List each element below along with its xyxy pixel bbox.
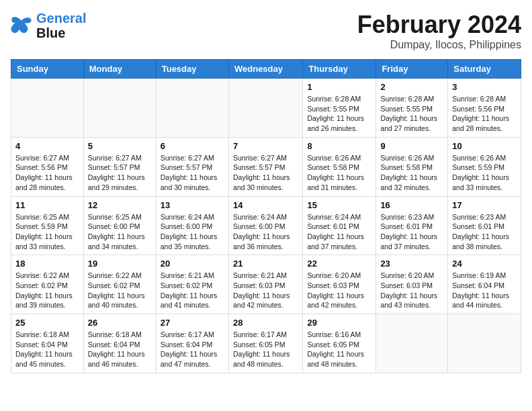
- calendar-cell: 1Sunrise: 6:28 AM Sunset: 5:55 PM Daylig…: [303, 79, 376, 138]
- day-number: 27: [161, 318, 224, 328]
- day-number: 6: [161, 141, 224, 151]
- calendar-cell: 28Sunrise: 6:17 AM Sunset: 6:05 PM Dayli…: [228, 314, 302, 373]
- day-number: 18: [15, 259, 79, 269]
- day-number: 29: [307, 318, 371, 328]
- day-number: 12: [88, 200, 152, 210]
- month-year: February 2024: [357, 11, 521, 39]
- cell-daylight-info: Sunrise: 6:24 AM Sunset: 6:00 PM Dayligh…: [161, 212, 224, 252]
- weekday-header-saturday: Saturday: [448, 60, 521, 79]
- cell-daylight-info: Sunrise: 6:25 AM Sunset: 5:59 PM Dayligh…: [15, 212, 79, 252]
- cell-daylight-info: Sunrise: 6:27 AM Sunset: 5:57 PM Dayligh…: [88, 153, 152, 193]
- calendar-cell: 16Sunrise: 6:23 AM Sunset: 6:01 PM Dayli…: [376, 196, 448, 255]
- calendar-cell: 24Sunrise: 6:19 AM Sunset: 6:04 PM Dayli…: [448, 255, 521, 314]
- cell-daylight-info: Sunrise: 6:22 AM Sunset: 6:02 PM Dayligh…: [15, 271, 79, 310]
- calendar-cell: [156, 79, 228, 138]
- calendar-cell: 26Sunrise: 6:18 AM Sunset: 6:04 PM Dayli…: [83, 314, 156, 373]
- calendar-cell: 17Sunrise: 6:23 AM Sunset: 6:01 PM Dayli…: [448, 196, 521, 255]
- cell-daylight-info: Sunrise: 6:28 AM Sunset: 5:55 PM Dayligh…: [380, 94, 443, 134]
- cell-daylight-info: Sunrise: 6:27 AM Sunset: 5:56 PM Dayligh…: [15, 153, 79, 193]
- calendar-cell: 2Sunrise: 6:28 AM Sunset: 5:55 PM Daylig…: [376, 79, 448, 138]
- cell-daylight-info: Sunrise: 6:20 AM Sunset: 6:03 PM Dayligh…: [380, 271, 443, 310]
- calendar-cell: 7Sunrise: 6:27 AM Sunset: 5:57 PM Daylig…: [228, 137, 302, 196]
- calendar-cell: [11, 79, 84, 138]
- cell-daylight-info: Sunrise: 6:19 AM Sunset: 6:04 PM Dayligh…: [452, 271, 517, 310]
- cell-daylight-info: Sunrise: 6:21 AM Sunset: 6:03 PM Dayligh…: [233, 271, 298, 310]
- week-row-2: 4Sunrise: 6:27 AM Sunset: 5:56 PM Daylig…: [11, 137, 521, 196]
- day-number: 5: [88, 141, 152, 151]
- logo-text: General Blue: [36, 11, 86, 40]
- calendar-cell: 21Sunrise: 6:21 AM Sunset: 6:03 PM Dayli…: [228, 255, 302, 314]
- day-number: 23: [380, 259, 443, 269]
- day-number: 19: [88, 259, 152, 269]
- weekday-header-row: SundayMondayTuesdayWednesdayThursdayFrid…: [11, 60, 521, 79]
- title-area: February 2024 Dumpay, Ilocos, Philippine…: [357, 11, 521, 51]
- logo-bird-icon: [11, 16, 32, 35]
- calendar-cell: 14Sunrise: 6:24 AM Sunset: 6:00 PM Dayli…: [228, 196, 302, 255]
- cell-daylight-info: Sunrise: 6:20 AM Sunset: 6:03 PM Dayligh…: [307, 271, 371, 310]
- calendar-cell: [83, 79, 156, 138]
- day-number: 16: [380, 200, 443, 210]
- calendar-cell: 18Sunrise: 6:22 AM Sunset: 6:02 PM Dayli…: [11, 255, 84, 314]
- weekday-header-monday: Monday: [83, 60, 156, 79]
- calendar-cell: 6Sunrise: 6:27 AM Sunset: 5:57 PM Daylig…: [156, 137, 228, 196]
- day-number: 20: [161, 259, 224, 269]
- calendar-cell: 13Sunrise: 6:24 AM Sunset: 6:00 PM Dayli…: [156, 196, 228, 255]
- cell-daylight-info: Sunrise: 6:16 AM Sunset: 6:05 PM Dayligh…: [307, 330, 371, 369]
- cell-daylight-info: Sunrise: 6:25 AM Sunset: 6:00 PM Dayligh…: [88, 212, 152, 252]
- weekday-header-wednesday: Wednesday: [228, 60, 302, 79]
- calendar-cell: [376, 314, 448, 373]
- week-row-3: 11Sunrise: 6:25 AM Sunset: 5:59 PM Dayli…: [11, 196, 521, 255]
- day-number: 10: [452, 141, 517, 151]
- cell-daylight-info: Sunrise: 6:27 AM Sunset: 5:57 PM Dayligh…: [233, 153, 298, 193]
- day-number: 4: [15, 141, 79, 151]
- calendar-cell: 25Sunrise: 6:18 AM Sunset: 6:04 PM Dayli…: [11, 314, 84, 373]
- day-number: 1: [307, 82, 371, 92]
- calendar-cell: 27Sunrise: 6:17 AM Sunset: 6:04 PM Dayli…: [156, 314, 228, 373]
- day-number: 25: [15, 318, 79, 328]
- calendar-cell: 10Sunrise: 6:26 AM Sunset: 5:59 PM Dayli…: [448, 137, 521, 196]
- calendar-cell: [448, 314, 521, 373]
- day-number: 7: [233, 141, 298, 151]
- calendar-cell: 20Sunrise: 6:21 AM Sunset: 6:02 PM Dayli…: [156, 255, 228, 314]
- cell-daylight-info: Sunrise: 6:17 AM Sunset: 6:04 PM Dayligh…: [161, 330, 224, 369]
- cell-daylight-info: Sunrise: 6:17 AM Sunset: 6:05 PM Dayligh…: [233, 330, 298, 369]
- calendar-cell: 15Sunrise: 6:24 AM Sunset: 6:01 PM Dayli…: [303, 196, 376, 255]
- weekday-header-friday: Friday: [376, 60, 448, 79]
- cell-daylight-info: Sunrise: 6:27 AM Sunset: 5:57 PM Dayligh…: [161, 153, 224, 193]
- cell-daylight-info: Sunrise: 6:24 AM Sunset: 6:00 PM Dayligh…: [233, 212, 298, 252]
- calendar-cell: 4Sunrise: 6:27 AM Sunset: 5:56 PM Daylig…: [11, 137, 84, 196]
- day-number: 26: [88, 318, 152, 328]
- day-number: 28: [233, 318, 298, 328]
- location: Dumpay, Ilocos, Philippines: [357, 39, 521, 51]
- weekday-header-thursday: Thursday: [303, 60, 376, 79]
- day-number: 3: [452, 82, 517, 92]
- week-row-5: 25Sunrise: 6:18 AM Sunset: 6:04 PM Dayli…: [11, 314, 521, 373]
- day-number: 2: [380, 82, 443, 92]
- day-number: 8: [307, 141, 371, 151]
- calendar-cell: 23Sunrise: 6:20 AM Sunset: 6:03 PM Dayli…: [376, 255, 448, 314]
- calendar-table: SundayMondayTuesdayWednesdayThursdayFrid…: [11, 59, 521, 373]
- calendar-cell: 22Sunrise: 6:20 AM Sunset: 6:03 PM Dayli…: [303, 255, 376, 314]
- cell-daylight-info: Sunrise: 6:28 AM Sunset: 5:55 PM Dayligh…: [307, 94, 371, 134]
- day-number: 14: [233, 200, 298, 210]
- cell-daylight-info: Sunrise: 6:18 AM Sunset: 6:04 PM Dayligh…: [15, 330, 79, 369]
- calendar-cell: 5Sunrise: 6:27 AM Sunset: 5:57 PM Daylig…: [83, 137, 156, 196]
- week-row-1: 1Sunrise: 6:28 AM Sunset: 5:55 PM Daylig…: [11, 79, 521, 138]
- cell-daylight-info: Sunrise: 6:26 AM Sunset: 5:59 PM Dayligh…: [452, 153, 517, 193]
- calendar-cell: 8Sunrise: 6:26 AM Sunset: 5:58 PM Daylig…: [303, 137, 376, 196]
- calendar-cell: [228, 79, 302, 138]
- cell-daylight-info: Sunrise: 6:18 AM Sunset: 6:04 PM Dayligh…: [88, 330, 152, 369]
- cell-daylight-info: Sunrise: 6:21 AM Sunset: 6:02 PM Dayligh…: [161, 271, 224, 310]
- calendar-cell: 11Sunrise: 6:25 AM Sunset: 5:59 PM Dayli…: [11, 196, 84, 255]
- cell-daylight-info: Sunrise: 6:28 AM Sunset: 5:56 PM Dayligh…: [452, 94, 517, 134]
- cell-daylight-info: Sunrise: 6:23 AM Sunset: 6:01 PM Dayligh…: [452, 212, 517, 252]
- page-header: General Blue February 2024 Dumpay, Iloco…: [11, 11, 521, 51]
- day-number: 24: [452, 259, 517, 269]
- day-number: 22: [307, 259, 371, 269]
- calendar-cell: 9Sunrise: 6:26 AM Sunset: 5:58 PM Daylig…: [376, 137, 448, 196]
- calendar-cell: 19Sunrise: 6:22 AM Sunset: 6:02 PM Dayli…: [83, 255, 156, 314]
- day-number: 11: [15, 200, 79, 210]
- cell-daylight-info: Sunrise: 6:26 AM Sunset: 5:58 PM Dayligh…: [307, 153, 371, 193]
- logo: General Blue: [11, 11, 86, 40]
- cell-daylight-info: Sunrise: 6:24 AM Sunset: 6:01 PM Dayligh…: [307, 212, 371, 252]
